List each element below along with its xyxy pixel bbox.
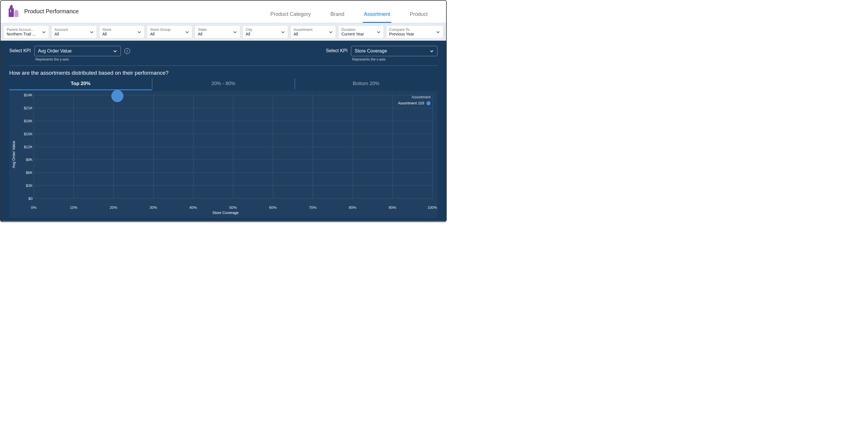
tab-product-category[interactable]: Product Category [269, 8, 312, 23]
x-tick: 70% [309, 204, 316, 210]
chevron-down-icon [137, 30, 141, 34]
svg-rect-0 [9, 8, 14, 17]
chevron-down-icon [281, 30, 285, 34]
gridline-v [353, 95, 353, 198]
data-point[interactable] [111, 90, 123, 102]
info-icon[interactable]: i [124, 48, 130, 54]
chevron-down-icon [329, 30, 333, 34]
gridline-v [113, 95, 114, 198]
filter-compare-to[interactable]: Compare ToPrevious Year [386, 25, 443, 38]
x-tick: 90% [389, 204, 396, 210]
filter-label: State [198, 27, 207, 32]
filter-label: Account [55, 27, 68, 32]
gridline-v [153, 95, 154, 198]
gridline-v [34, 95, 34, 198]
svg-rect-4 [14, 11, 19, 17]
kpi-x-label: Select KPI [326, 46, 347, 53]
filter-value: All [293, 32, 313, 36]
filter-store-group[interactable]: Store GroupAll [147, 25, 192, 38]
chevron-down-icon [377, 30, 381, 34]
x-axis-label: Store Coverage [17, 204, 435, 216]
filter-parent-accoun-[interactable]: Parent Accoun...Northern Trail ... [3, 25, 49, 38]
filter-city[interactable]: CityAll [243, 25, 288, 38]
x-tick: 40% [189, 204, 197, 210]
y-tick: $12K [24, 145, 33, 149]
tab-assortment[interactable]: Assortment [363, 8, 391, 23]
chart-container: Avg Order Value Assortment Assortment 10… [9, 91, 437, 218]
x-tick: 100% [427, 204, 437, 210]
chevron-down-icon [430, 49, 434, 53]
svg-rect-2 [10, 6, 13, 8]
gridline-v [313, 95, 313, 198]
filter-label: Duration [341, 27, 364, 32]
gridline-v [73, 95, 74, 198]
y-tick: $15K [24, 131, 33, 136]
header: Product Performance Product CategoryBran… [1, 1, 446, 23]
filter-assortment[interactable]: AssortmentAll [290, 25, 336, 38]
dashboard-panel: Select KPI Avg Order Value Represents th… [1, 41, 446, 221]
kpi-y-label: Select KPI [9, 46, 31, 53]
chevron-down-icon [185, 30, 189, 34]
gridline-v [193, 95, 193, 198]
kpi-x-hint: Represents the x-axis [351, 57, 437, 61]
distribution-tabs: Top 20%20% - 80%Bottom 20% [9, 78, 437, 90]
chevron-down-icon [113, 49, 117, 53]
tab-brand[interactable]: Brand [329, 8, 345, 23]
gridline-v [233, 95, 233, 198]
page-title: Product Performance [24, 8, 79, 15]
kpi-x-select[interactable]: Store Coverage [351, 46, 437, 56]
scatter-plot: Assortment Assortment 103 $0$3K$6K$9K$12… [17, 93, 435, 204]
filter-value: Northern Trail ... [7, 32, 35, 36]
legend-title: Assortment [398, 95, 431, 99]
filter-value: Current Year [341, 32, 364, 36]
main-tabs: Product CategoryBrandAssortmentProduct [269, 8, 440, 23]
filter-value: All [55, 32, 68, 36]
filter-label: Store [102, 27, 111, 32]
filter-state[interactable]: StateAll [195, 25, 240, 38]
chart-tab-top-20-[interactable]: Top 20% [9, 78, 152, 90]
filter-value: All [150, 32, 170, 36]
tab-product[interactable]: Product [409, 8, 429, 23]
gridline-v [393, 95, 393, 198]
filter-account[interactable]: AccountAll [51, 25, 97, 38]
filter-value: All [198, 32, 207, 36]
y-tick: $24K [24, 93, 33, 97]
chart-tab-bottom-20-[interactable]: Bottom 20% [295, 78, 437, 90]
kpi-x-value: Store Coverage [355, 49, 387, 54]
filter-value: All [102, 32, 111, 36]
gridline-h [34, 198, 432, 199]
filter-label: Compare To [389, 27, 414, 32]
kpi-y-hint: Represents the y-axis [34, 57, 121, 61]
x-tick: 80% [349, 204, 356, 210]
kpi-y-select[interactable]: Avg Order Value [34, 46, 121, 56]
chart-legend: Assortment Assortment 103 [398, 95, 431, 105]
y-tick: $9K [26, 157, 33, 162]
kpi-y-value: Avg Order Value [38, 49, 72, 54]
svg-rect-3 [11, 5, 12, 6]
chevron-down-icon [233, 30, 237, 34]
filter-label: City [246, 27, 252, 32]
x-tick: 20% [110, 204, 117, 210]
filter-duration[interactable]: DurationCurrent Year [338, 25, 384, 38]
y-tick: $3K [26, 183, 33, 188]
chevron-down-icon [90, 30, 94, 34]
x-tick: 60% [269, 204, 277, 210]
filter-label: Assortment [293, 27, 313, 32]
filter-store[interactable]: StoreAll [99, 25, 145, 38]
filter-bar: Parent Accoun...Northern Trail ...Accoun… [1, 23, 446, 41]
chart-tab-20-80-[interactable]: 20% - 80% [152, 78, 295, 90]
svg-rect-1 [10, 9, 11, 12]
x-tick: 30% [150, 204, 157, 210]
chevron-down-icon [42, 30, 46, 34]
y-tick: $18K [24, 119, 33, 123]
chevron-down-icon [436, 30, 440, 34]
legend-item: Assortment 103 [398, 101, 431, 105]
y-tick: $21K [24, 105, 33, 110]
y-tick: $6K [26, 171, 33, 175]
x-tick: 10% [70, 204, 77, 210]
x-tick: 50% [229, 204, 237, 210]
filter-value: All [246, 32, 252, 36]
product-performance-icon [6, 4, 20, 18]
gridline-v [432, 95, 433, 198]
filter-label: Parent Accoun... [7, 27, 35, 32]
